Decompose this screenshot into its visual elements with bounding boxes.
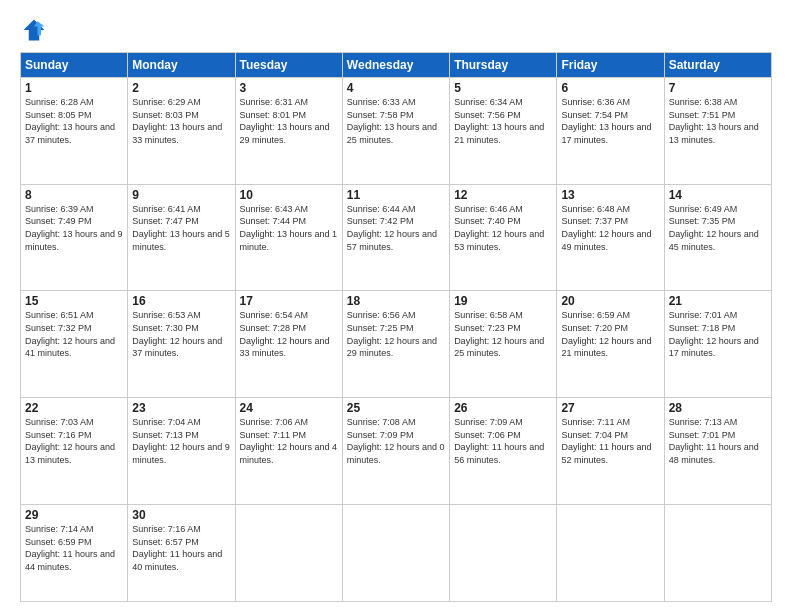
- day-info: Sunrise: 6:48 AM Sunset: 7:37 PM Dayligh…: [561, 203, 659, 253]
- day-number: 29: [25, 508, 123, 522]
- day-number: 1: [25, 81, 123, 95]
- calendar-week-row: 22Sunrise: 7:03 AM Sunset: 7:16 PM Dayli…: [21, 398, 772, 505]
- day-header: Sunday: [21, 53, 128, 78]
- day-info: Sunrise: 7:08 AM Sunset: 7:09 PM Dayligh…: [347, 416, 445, 466]
- day-number: 18: [347, 294, 445, 308]
- day-info: Sunrise: 6:29 AM Sunset: 8:03 PM Dayligh…: [132, 96, 230, 146]
- calendar-week-row: 15Sunrise: 6:51 AM Sunset: 7:32 PM Dayli…: [21, 291, 772, 398]
- calendar-cell: [450, 504, 557, 601]
- day-info: Sunrise: 7:03 AM Sunset: 7:16 PM Dayligh…: [25, 416, 123, 466]
- day-info: Sunrise: 6:49 AM Sunset: 7:35 PM Dayligh…: [669, 203, 767, 253]
- calendar-cell: 4Sunrise: 6:33 AM Sunset: 7:58 PM Daylig…: [342, 78, 449, 185]
- day-number: 12: [454, 188, 552, 202]
- calendar-cell: 30Sunrise: 7:16 AM Sunset: 6:57 PM Dayli…: [128, 504, 235, 601]
- calendar-cell: 11Sunrise: 6:44 AM Sunset: 7:42 PM Dayli…: [342, 184, 449, 291]
- day-header: Thursday: [450, 53, 557, 78]
- calendar-cell: 14Sunrise: 6:49 AM Sunset: 7:35 PM Dayli…: [664, 184, 771, 291]
- day-number: 13: [561, 188, 659, 202]
- day-number: 9: [132, 188, 230, 202]
- logo-icon: [20, 16, 48, 44]
- day-info: Sunrise: 6:59 AM Sunset: 7:20 PM Dayligh…: [561, 309, 659, 359]
- calendar-header-row: SundayMondayTuesdayWednesdayThursdayFrid…: [21, 53, 772, 78]
- calendar-cell: 1Sunrise: 6:28 AM Sunset: 8:05 PM Daylig…: [21, 78, 128, 185]
- day-info: Sunrise: 7:16 AM Sunset: 6:57 PM Dayligh…: [132, 523, 230, 573]
- day-number: 30: [132, 508, 230, 522]
- calendar-cell: 27Sunrise: 7:11 AM Sunset: 7:04 PM Dayli…: [557, 398, 664, 505]
- day-info: Sunrise: 6:44 AM Sunset: 7:42 PM Dayligh…: [347, 203, 445, 253]
- calendar-cell: 29Sunrise: 7:14 AM Sunset: 6:59 PM Dayli…: [21, 504, 128, 601]
- day-header: Friday: [557, 53, 664, 78]
- day-number: 10: [240, 188, 338, 202]
- calendar-week-row: 8Sunrise: 6:39 AM Sunset: 7:49 PM Daylig…: [21, 184, 772, 291]
- calendar-cell: 8Sunrise: 6:39 AM Sunset: 7:49 PM Daylig…: [21, 184, 128, 291]
- day-number: 3: [240, 81, 338, 95]
- calendar-cell: 26Sunrise: 7:09 AM Sunset: 7:06 PM Dayli…: [450, 398, 557, 505]
- day-info: Sunrise: 7:01 AM Sunset: 7:18 PM Dayligh…: [669, 309, 767, 359]
- day-number: 14: [669, 188, 767, 202]
- day-info: Sunrise: 6:39 AM Sunset: 7:49 PM Dayligh…: [25, 203, 123, 253]
- day-info: Sunrise: 7:11 AM Sunset: 7:04 PM Dayligh…: [561, 416, 659, 466]
- calendar-table: SundayMondayTuesdayWednesdayThursdayFrid…: [20, 52, 772, 602]
- calendar-cell: 24Sunrise: 7:06 AM Sunset: 7:11 PM Dayli…: [235, 398, 342, 505]
- calendar-cell: 13Sunrise: 6:48 AM Sunset: 7:37 PM Dayli…: [557, 184, 664, 291]
- calendar-cell: 22Sunrise: 7:03 AM Sunset: 7:16 PM Dayli…: [21, 398, 128, 505]
- day-info: Sunrise: 6:53 AM Sunset: 7:30 PM Dayligh…: [132, 309, 230, 359]
- day-header: Monday: [128, 53, 235, 78]
- logo: [20, 16, 52, 44]
- day-info: Sunrise: 6:36 AM Sunset: 7:54 PM Dayligh…: [561, 96, 659, 146]
- calendar-cell: 23Sunrise: 7:04 AM Sunset: 7:13 PM Dayli…: [128, 398, 235, 505]
- day-info: Sunrise: 6:38 AM Sunset: 7:51 PM Dayligh…: [669, 96, 767, 146]
- day-info: Sunrise: 7:06 AM Sunset: 7:11 PM Dayligh…: [240, 416, 338, 466]
- day-number: 15: [25, 294, 123, 308]
- day-info: Sunrise: 6:46 AM Sunset: 7:40 PM Dayligh…: [454, 203, 552, 253]
- day-info: Sunrise: 6:51 AM Sunset: 7:32 PM Dayligh…: [25, 309, 123, 359]
- calendar-cell: 16Sunrise: 6:53 AM Sunset: 7:30 PM Dayli…: [128, 291, 235, 398]
- calendar-cell: [342, 504, 449, 601]
- calendar-cell: 15Sunrise: 6:51 AM Sunset: 7:32 PM Dayli…: [21, 291, 128, 398]
- day-number: 6: [561, 81, 659, 95]
- day-number: 19: [454, 294, 552, 308]
- day-number: 27: [561, 401, 659, 415]
- day-number: 20: [561, 294, 659, 308]
- calendar-cell: 17Sunrise: 6:54 AM Sunset: 7:28 PM Dayli…: [235, 291, 342, 398]
- calendar-week-row: 1Sunrise: 6:28 AM Sunset: 8:05 PM Daylig…: [21, 78, 772, 185]
- day-number: 2: [132, 81, 230, 95]
- day-number: 23: [132, 401, 230, 415]
- calendar-cell: 19Sunrise: 6:58 AM Sunset: 7:23 PM Dayli…: [450, 291, 557, 398]
- calendar-cell: 28Sunrise: 7:13 AM Sunset: 7:01 PM Dayli…: [664, 398, 771, 505]
- day-info: Sunrise: 7:09 AM Sunset: 7:06 PM Dayligh…: [454, 416, 552, 466]
- calendar-cell: [235, 504, 342, 601]
- calendar-cell: 21Sunrise: 7:01 AM Sunset: 7:18 PM Dayli…: [664, 291, 771, 398]
- day-number: 16: [132, 294, 230, 308]
- day-info: Sunrise: 6:54 AM Sunset: 7:28 PM Dayligh…: [240, 309, 338, 359]
- day-header: Saturday: [664, 53, 771, 78]
- calendar-cell: 2Sunrise: 6:29 AM Sunset: 8:03 PM Daylig…: [128, 78, 235, 185]
- day-number: 24: [240, 401, 338, 415]
- day-header: Wednesday: [342, 53, 449, 78]
- calendar-cell: 6Sunrise: 6:36 AM Sunset: 7:54 PM Daylig…: [557, 78, 664, 185]
- page: SundayMondayTuesdayWednesdayThursdayFrid…: [0, 0, 792, 612]
- calendar-cell: 12Sunrise: 6:46 AM Sunset: 7:40 PM Dayli…: [450, 184, 557, 291]
- calendar-cell: [664, 504, 771, 601]
- day-header: Tuesday: [235, 53, 342, 78]
- calendar-cell: 25Sunrise: 7:08 AM Sunset: 7:09 PM Dayli…: [342, 398, 449, 505]
- day-info: Sunrise: 6:58 AM Sunset: 7:23 PM Dayligh…: [454, 309, 552, 359]
- calendar-cell: 5Sunrise: 6:34 AM Sunset: 7:56 PM Daylig…: [450, 78, 557, 185]
- day-number: 28: [669, 401, 767, 415]
- calendar-cell: 18Sunrise: 6:56 AM Sunset: 7:25 PM Dayli…: [342, 291, 449, 398]
- calendar-cell: 20Sunrise: 6:59 AM Sunset: 7:20 PM Dayli…: [557, 291, 664, 398]
- day-info: Sunrise: 7:13 AM Sunset: 7:01 PM Dayligh…: [669, 416, 767, 466]
- day-info: Sunrise: 6:34 AM Sunset: 7:56 PM Dayligh…: [454, 96, 552, 146]
- day-number: 4: [347, 81, 445, 95]
- day-number: 8: [25, 188, 123, 202]
- day-number: 11: [347, 188, 445, 202]
- day-info: Sunrise: 7:14 AM Sunset: 6:59 PM Dayligh…: [25, 523, 123, 573]
- calendar-cell: 7Sunrise: 6:38 AM Sunset: 7:51 PM Daylig…: [664, 78, 771, 185]
- day-info: Sunrise: 7:04 AM Sunset: 7:13 PM Dayligh…: [132, 416, 230, 466]
- calendar-cell: 3Sunrise: 6:31 AM Sunset: 8:01 PM Daylig…: [235, 78, 342, 185]
- day-info: Sunrise: 6:56 AM Sunset: 7:25 PM Dayligh…: [347, 309, 445, 359]
- calendar-cell: 10Sunrise: 6:43 AM Sunset: 7:44 PM Dayli…: [235, 184, 342, 291]
- day-number: 22: [25, 401, 123, 415]
- calendar-cell: 9Sunrise: 6:41 AM Sunset: 7:47 PM Daylig…: [128, 184, 235, 291]
- calendar-week-row: 29Sunrise: 7:14 AM Sunset: 6:59 PM Dayli…: [21, 504, 772, 601]
